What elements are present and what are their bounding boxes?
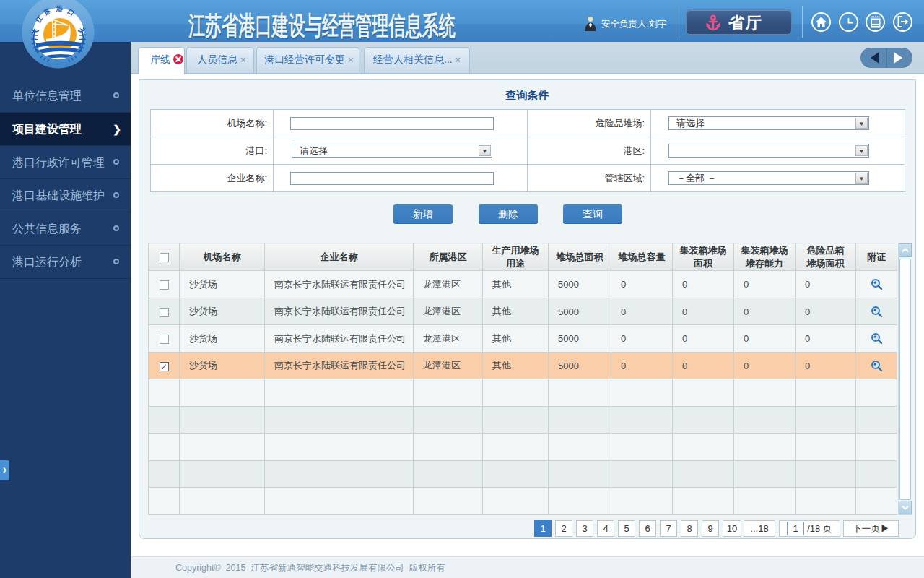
svg-text:港: 港	[56, 5, 64, 13]
